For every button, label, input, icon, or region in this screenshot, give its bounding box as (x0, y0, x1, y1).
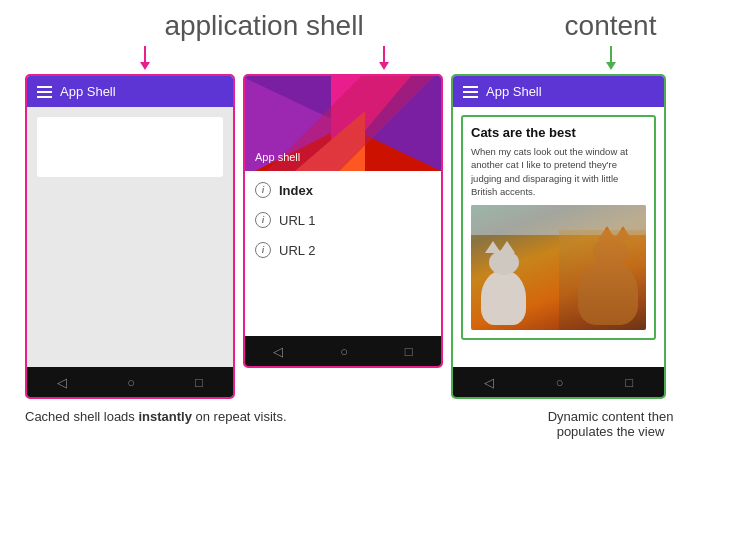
content-title: Cats are the best (471, 125, 646, 140)
arrow-middle (379, 46, 389, 70)
back-icon-2: ◁ (273, 344, 283, 359)
phone-2: App shell i Index i URL 1 i URL 2 ◁ (243, 74, 443, 368)
menu-url1-label[interactable]: URL 1 (279, 213, 315, 228)
content-label: content (503, 10, 718, 42)
app-shell-overlay-label: App shell (255, 151, 300, 163)
recent-icon-2: □ (405, 344, 413, 359)
phone1-navbar: ◁ ○ □ (27, 367, 233, 397)
caption-right-line2: populates the view (503, 424, 718, 439)
info-icon-2: i (255, 212, 271, 228)
back-icon: ◁ (57, 375, 67, 390)
phone-1: App Shell ◁ ○ □ (25, 74, 235, 399)
menu-index-label[interactable]: Index (279, 183, 313, 198)
bottom-captions: Cached shell loads instantly on repeat v… (20, 399, 723, 439)
phone3-title: App Shell (486, 84, 542, 99)
phone1-body (27, 107, 233, 367)
content-box: Cats are the best When my cats look out … (461, 115, 656, 340)
caption-left-part2: on repeat visits. (192, 409, 287, 424)
cat-image (471, 205, 646, 330)
phone2-menu: i Index i URL 1 i URL 2 (245, 171, 441, 336)
caption-left: Cached shell loads instantly on repeat v… (25, 409, 287, 424)
back-icon-3: ◁ (484, 375, 494, 390)
phone1-appbar: App Shell (27, 76, 233, 107)
phone3-appbar: App Shell (453, 76, 664, 107)
application-shell-label: application shell (25, 10, 503, 42)
phone3-navbar: ◁ ○ □ (453, 367, 664, 397)
white-placeholder-box (37, 117, 223, 177)
hamburger-icon-3 (463, 86, 478, 98)
home-icon-3: ○ (556, 375, 564, 390)
content-text: When my cats look out the window at anot… (471, 145, 646, 198)
info-icon-1: i (255, 182, 271, 198)
home-icon: ○ (127, 375, 135, 390)
list-item-index: i Index (245, 175, 441, 205)
caption-left-part1: Cached shell loads (25, 409, 138, 424)
caption-right: Dynamic content then populates the view (503, 409, 718, 439)
info-icon-3: i (255, 242, 271, 258)
arrow-right (606, 46, 616, 70)
hamburger-icon (37, 86, 52, 98)
caption-left-bold: instantly (138, 409, 191, 424)
list-item-url2: i URL 2 (245, 235, 441, 265)
phones-row: App Shell ◁ ○ □ (20, 74, 723, 399)
recent-icon-3: □ (625, 375, 633, 390)
phone2-navbar: ◁ ○ □ (245, 336, 441, 366)
phone1-title: App Shell (60, 84, 116, 99)
phone2-header: App shell (245, 76, 441, 171)
phone-3: App Shell Cats are the best When my cats… (451, 74, 666, 399)
home-icon-2: ○ (340, 344, 348, 359)
arrow-left (140, 46, 150, 70)
phone3-body: Cats are the best When my cats look out … (453, 107, 664, 367)
recent-icon: □ (195, 375, 203, 390)
menu-url2-label[interactable]: URL 2 (279, 243, 315, 258)
list-item-url1: i URL 1 (245, 205, 441, 235)
caption-right-line1: Dynamic content then (503, 409, 718, 424)
